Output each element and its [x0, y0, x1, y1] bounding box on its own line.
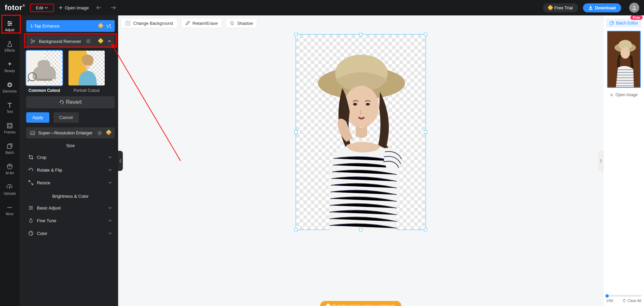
rail-frames[interactable]: Frames	[0, 121, 19, 135]
selection-handle[interactable]	[424, 33, 427, 36]
brightness-color-title: Brightness & Color	[26, 194, 115, 199]
stack-icon	[609, 21, 614, 25]
one-tap-enhance-button[interactable]: 1-Tap Enhance	[26, 20, 115, 32]
checker-icon	[125, 20, 131, 26]
svg-point-25	[231, 21, 233, 24]
rail-label: Effects	[5, 49, 15, 52]
batch-editor-label: Batch Editor	[616, 21, 638, 25]
portrait-cutout-thumb	[68, 51, 105, 85]
user-avatar[interactable]	[629, 3, 639, 13]
crop-label: Crop	[37, 155, 46, 160]
topbar: fotor® Edit Open Image Free Trial Downlo…	[0, 0, 644, 15]
resize-label: Resize	[37, 180, 50, 185]
svg-point-22	[30, 232, 31, 233]
svg-point-36	[621, 47, 630, 59]
chevron-down-icon	[108, 168, 112, 172]
download-button[interactable]: Download	[583, 3, 621, 12]
super-resolution-row[interactable]: Super—Resolution Enlarger ?	[26, 127, 115, 138]
resize-icon	[28, 180, 34, 185]
background-remover-row[interactable]: Background Remover ?	[26, 35, 115, 47]
change-background-button[interactable]: Change Background	[121, 18, 178, 28]
artboard[interactable]	[296, 34, 426, 230]
one-tap-label: 1-Tap Enhance	[30, 23, 59, 28]
rail-effects[interactable]: Effects	[0, 39, 19, 54]
batch-editor-link[interactable]: Batch Editor Free	[606, 19, 641, 27]
crop-row[interactable]: Crop	[26, 151, 115, 164]
svg-point-24	[32, 234, 32, 234]
free-trial-button[interactable]: Free Trial	[543, 3, 578, 12]
trash-icon	[622, 299, 626, 303]
crop-icon	[28, 155, 34, 160]
rail-text[interactable]: Text	[0, 101, 19, 115]
selection-handle[interactable]	[424, 130, 427, 134]
rail-elements[interactable]: Elements	[0, 80, 19, 95]
selection-handle[interactable]	[294, 228, 298, 231]
basic-adjust-row[interactable]: Basic Adjust	[26, 201, 115, 214]
nav-forward-button[interactable]	[108, 5, 118, 10]
resize-row[interactable]: Resize	[26, 176, 115, 189]
rotate-icon	[28, 167, 34, 173]
common-cutout-option[interactable]: Common Cutout	[26, 51, 62, 93]
selection-handle[interactable]	[359, 228, 362, 231]
edit-menu-button[interactable]: Edit	[30, 4, 54, 12]
open-image-right[interactable]: Open Image	[606, 91, 641, 99]
chevron-down-icon	[108, 181, 112, 185]
apply-button[interactable]: Apply	[26, 112, 49, 123]
svg-point-10	[11, 207, 12, 208]
svg-point-29	[344, 86, 379, 127]
open-image-right-label: Open Image	[615, 93, 638, 97]
arrow-right-icon	[110, 5, 116, 10]
rail-label: Beauty	[4, 69, 15, 73]
undo-icon	[59, 100, 64, 105]
shadow-button[interactable]: Shadow	[226, 18, 257, 28]
pen-icon	[185, 21, 190, 25]
left-rail: Adjust Effects Beauty Elements Text Fram…	[0, 15, 19, 306]
clear-all-button[interactable]: Clear All	[622, 299, 641, 303]
cutout-thumbs: Common Cutout Portrait Cutout	[26, 51, 115, 93]
open-image-button[interactable]: Open Image	[59, 5, 89, 10]
fine-tune-row[interactable]: Fine Tune	[26, 214, 115, 227]
zoom-slider[interactable]	[606, 295, 641, 297]
rail-adjust[interactable]: Adjust	[0, 19, 19, 33]
cancel-button[interactable]: Cancel	[53, 112, 79, 123]
revert-button[interactable]: Revert	[26, 96, 115, 108]
svg-rect-32	[610, 22, 613, 25]
rail-uploads[interactable]: Uploads	[0, 182, 19, 197]
rail-label: Uploads	[4, 192, 16, 195]
diamond-icon	[98, 23, 104, 28]
nav-back-button[interactable]	[94, 5, 104, 10]
dots-icon	[6, 204, 13, 211]
shadow-label: Shadow	[237, 21, 253, 26]
svg-point-12	[31, 42, 32, 43]
selection-handle[interactable]	[359, 33, 362, 36]
retain-erase-button[interactable]: Retain/Erase	[181, 18, 222, 28]
rail-label: Frames	[4, 130, 15, 134]
chevron-down-icon	[108, 231, 112, 235]
rotate-flip-row[interactable]: Rotate & Flip	[26, 164, 115, 176]
svg-rect-5	[7, 123, 12, 128]
info-icon: ?	[97, 131, 102, 135]
portrait-cutout-label: Portrait Cutout	[73, 88, 99, 93]
svg-point-30	[353, 103, 357, 106]
image-thumbnail[interactable]	[607, 31, 641, 88]
collapse-panel-button[interactable]	[118, 151, 123, 171]
svg-point-9	[9, 207, 10, 208]
portrait-cutout-option[interactable]: Portrait Cutout	[68, 51, 105, 93]
collapse-right-button[interactable]	[598, 151, 603, 171]
remove-watermark-button[interactable]: Start free trial to remove watermark	[320, 301, 401, 306]
svg-point-19	[32, 207, 33, 208]
rail-batch[interactable]: Batch	[0, 141, 19, 156]
svg-point-21	[29, 231, 33, 235]
diamond-icon	[547, 5, 553, 11]
rail-more[interactable]: More	[0, 203, 19, 217]
rail-aiart[interactable]: AI Art	[0, 162, 19, 176]
rail-beauty[interactable]: Beauty	[0, 60, 19, 74]
edit-label: Edit	[36, 5, 43, 10]
selection-handle[interactable]	[424, 228, 427, 231]
size-section-title: Size	[26, 143, 115, 148]
selection-handle[interactable]	[294, 33, 298, 36]
chevron-up-icon	[107, 39, 111, 43]
color-row[interactable]: Color	[26, 227, 115, 240]
chevron-down-icon	[108, 219, 112, 223]
selection-handle[interactable]	[294, 130, 298, 134]
